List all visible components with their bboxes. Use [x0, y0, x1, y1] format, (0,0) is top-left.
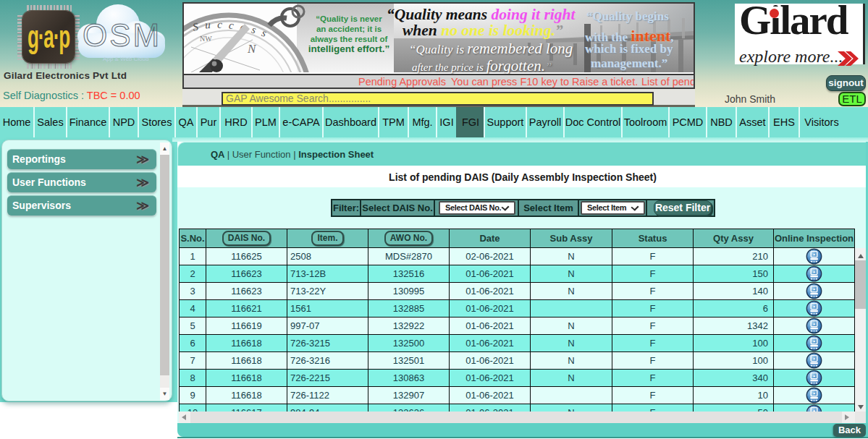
svg-text:NW: NW — [200, 35, 212, 43]
svg-text:N: N — [247, 42, 257, 56]
svg-text:OSM: OSM — [83, 17, 161, 53]
svg-text:App & Web Cloud: App & Web Cloud — [103, 56, 148, 62]
